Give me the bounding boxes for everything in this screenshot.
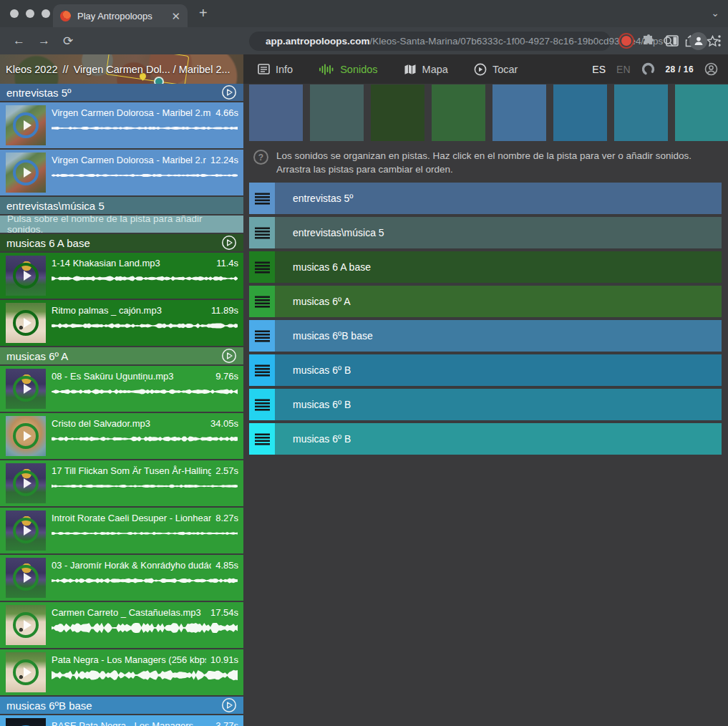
window-close-button[interactable] — [10, 9, 19, 18]
track-color-swatch — [492, 84, 546, 141]
track-row-body[interactable]: entrevistas 5º — [275, 183, 722, 214]
clip-item[interactable]: Cristo del Salvador.mp334.05s — [0, 413, 243, 459]
new-tab-button[interactable]: + — [199, 6, 208, 20]
clip-item[interactable]: 17 Till Flickan Som Är Tusen År-Halling … — [0, 460, 243, 506]
breadcrumb[interactable]: Kleos 2022//Virgen Carmen Dol... / Marib… — [0, 54, 243, 84]
clip-thumbnail[interactable] — [6, 510, 46, 551]
clip-play-icon[interactable] — [13, 565, 39, 591]
record-extension-icon[interactable] — [621, 36, 631, 46]
track-drag-handle[interactable] — [249, 183, 275, 214]
track-row-body[interactable]: musicas 6º A — [275, 286, 722, 317]
forward-button[interactable]: → — [38, 34, 50, 48]
breadcrumb-project[interactable]: Kleos 2022 — [6, 64, 58, 75]
reload-button[interactable]: ⟳ — [63, 34, 73, 49]
clip-thumbnail[interactable] — [6, 652, 46, 692]
clip-waveform — [52, 669, 238, 682]
tab-close-icon[interactable]: ✕ — [171, 11, 180, 21]
window-zoom-button[interactable] — [42, 9, 50, 18]
breadcrumb-path[interactable]: Virgen Carmen Dol... / Maribel 2... — [74, 64, 230, 75]
clip-play-icon[interactable] — [13, 160, 39, 185]
track-drag-handle[interactable] — [249, 251, 275, 283]
clip-duration: 2.57s — [215, 465, 238, 476]
track-row-body[interactable]: musicas 6º B — [275, 389, 722, 420]
tab-tocar[interactable]: Tocar — [474, 63, 518, 76]
track-drag-handle[interactable] — [249, 286, 275, 317]
clip-play-icon[interactable] — [13, 518, 39, 543]
browser-profile-avatar[interactable] — [689, 32, 707, 50]
track-row-body[interactable]: musicas 6ºB base — [275, 320, 722, 352]
clip-item[interactable]: Virgen Carmen Dolorosa - Maribel 2.mp312… — [0, 150, 243, 195]
track-row-body[interactable]: entrevistas\música 5 — [275, 217, 722, 248]
back-button[interactable]: ← — [13, 34, 25, 48]
track-section-header[interactable]: musicas 6ºB base — [0, 697, 243, 714]
account-icon[interactable] — [704, 62, 718, 76]
clip-play-icon[interactable] — [13, 612, 39, 638]
clip-thumbnail[interactable] — [6, 463, 46, 503]
clip-thumbnail[interactable] — [6, 256, 46, 296]
clip-item[interactable]: Pata Negra - Los Managers (256 kbps).mp3… — [0, 649, 243, 695]
clip-item[interactable]: Introit Rorate Caeli Desuper - Lionheart… — [0, 508, 243, 553]
extensions-puzzle-icon[interactable] — [642, 34, 655, 47]
clip-play-icon[interactable] — [13, 310, 39, 336]
track-section-header[interactable]: entrevistas\música 5 — [0, 197, 243, 214]
clip-duration: 11.4s — [216, 258, 238, 268]
clip-item[interactable]: 1-14 Khakasian Land.mp311.4s — [0, 253, 243, 299]
clip-item[interactable]: Ritmo palmas _ cajón.mp311.89s — [0, 300, 243, 346]
track-row[interactable]: musicas 6º B — [249, 354, 722, 386]
clip-thumbnail[interactable] — [6, 153, 46, 193]
tab-mapa[interactable]: Mapa — [404, 64, 448, 75]
track-section-header[interactable]: musicas 6 A base — [0, 234, 243, 251]
track-section-title: musicas 6º A — [6, 350, 221, 362]
track-row-body[interactable]: musicas 6º B — [275, 354, 722, 386]
track-play-icon[interactable] — [221, 697, 237, 713]
clip-play-icon[interactable] — [13, 263, 39, 289]
clip-thumbnail[interactable] — [6, 416, 46, 456]
tracks-hint: ? Los sonidos se organizan en pistas. Ha… — [249, 149, 728, 176]
tab-info[interactable]: Info — [258, 64, 293, 75]
clip-item[interactable]: 03 - Jaromír Horák & Konrádyho dudácká .… — [0, 555, 243, 601]
clip-item[interactable]: 08 - Es Sakūru Uguntiņu.mp39.76s — [0, 366, 243, 412]
track-row-body[interactable]: musicas 6º B — [275, 423, 722, 455]
side-panel-icon[interactable] — [666, 35, 679, 47]
track-row[interactable]: musicas 6º B — [249, 423, 722, 455]
browser-tab[interactable]: Play Antropoloops ✕ — [53, 4, 188, 27]
browser-menu-icon[interactable] — [718, 35, 721, 47]
clip-play-icon[interactable] — [13, 376, 39, 402]
track-row[interactable]: musicas 6 A base — [249, 251, 722, 283]
track-drag-handle[interactable] — [249, 354, 275, 386]
track-drag-handle[interactable] — [249, 423, 275, 455]
language-en-button[interactable]: EN — [616, 64, 630, 75]
clip-play-icon[interactable] — [13, 659, 39, 685]
track-section-header[interactable]: musicas 6º A — [0, 347, 243, 364]
tab-search-chevron-icon[interactable]: ⌄ — [711, 7, 719, 19]
track-row[interactable]: entrevistas 5º — [249, 183, 722, 214]
clip-thumbnail[interactable] — [6, 369, 46, 409]
track-row-body[interactable]: musicas 6 A base — [275, 251, 722, 283]
clip-thumbnail[interactable] — [6, 105, 46, 145]
clip-item[interactable]: Carmen Carreto _ Castañuelas.mp317.54s — [0, 602, 243, 648]
clip-item[interactable]: Virgen Carmen Dolorosa - Maribel 2.mp34.… — [0, 102, 243, 148]
track-play-icon[interactable] — [221, 84, 237, 100]
clip-play-icon[interactable] — [13, 423, 39, 449]
track-row[interactable]: entrevistas\música 5 — [249, 217, 722, 248]
clip-play-icon[interactable] — [13, 470, 39, 496]
track-play-icon[interactable] — [221, 348, 237, 364]
track-play-icon[interactable] — [221, 235, 237, 251]
clip-thumbnail[interactable] — [6, 303, 46, 343]
track-row[interactable]: musicas 6º A — [249, 286, 722, 317]
address-bar[interactable]: app.antropoloops.com/Kleos-Santa-Marina/… — [249, 32, 611, 51]
clip-thumbnail[interactable] — [6, 558, 46, 598]
clip-item[interactable]: BASE Pata Negra - Los Managers3.77s — [0, 715, 243, 726]
clip-thumbnail[interactable] — [6, 605, 46, 645]
tab-sonidos[interactable]: Sonidos — [319, 64, 377, 75]
track-row[interactable]: musicas 6º B — [249, 389, 722, 420]
language-es-button[interactable]: ES — [592, 64, 606, 75]
track-drag-handle[interactable] — [249, 217, 275, 248]
track-drag-handle[interactable] — [249, 320, 275, 352]
track-row[interactable]: musicas 6ºB base — [249, 320, 722, 352]
track-drag-handle[interactable] — [249, 389, 275, 420]
window-minimize-button[interactable] — [26, 9, 34, 18]
clip-play-icon[interactable] — [13, 112, 39, 138]
track-section-header[interactable]: entrevistas 5º — [0, 84, 243, 101]
clip-thumbnail[interactable] — [6, 718, 46, 726]
